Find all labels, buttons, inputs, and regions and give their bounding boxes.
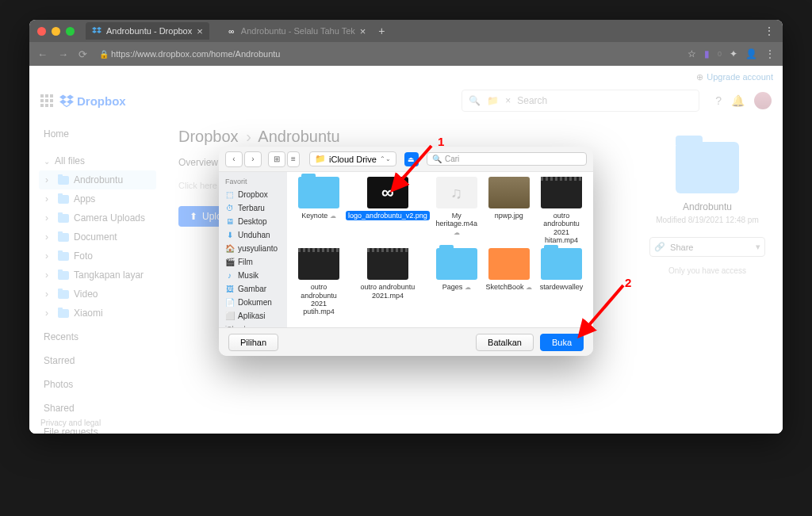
share-button[interactable]: 🔗 Share ▾	[649, 237, 765, 257]
upgrade-link[interactable]: ⊕Upgrade account	[696, 72, 773, 82]
apps-grid-icon[interactable]	[40, 94, 53, 107]
browser-toolbar: ← → ⟳ 🔒 https://www.dropbox.com/home/And…	[29, 42, 783, 66]
file-item[interactable]: stardewvalley	[536, 248, 587, 316]
extension-icon[interactable]: ▮	[704, 48, 710, 59]
access-info: Only you have access	[668, 266, 746, 275]
window-zoom[interactable]	[66, 27, 75, 36]
dropbox-logo[interactable]: Dropbox	[59, 94, 126, 108]
file-item[interactable]: outro androbuntu 2021.mp4	[346, 248, 430, 316]
location-dropdown[interactable]: 📁 iCloud Drive ⌃⌄	[309, 151, 396, 166]
address-bar[interactable]: 🔒 https://www.dropbox.com/home/Androbunt…	[99, 49, 678, 59]
back-button[interactable]: ←	[37, 48, 48, 60]
file-item[interactable]: Keynote ☁	[293, 177, 344, 245]
forward-button[interactable]: ›	[244, 151, 262, 167]
eject-button[interactable]: ⏏	[404, 152, 419, 166]
menu-icon[interactable]: ⋮	[765, 48, 775, 59]
lock-icon: 🔒	[99, 50, 109, 59]
browser-tab-active[interactable]: Androbuntu - Dropbox ×	[86, 22, 209, 40]
sidebar: Home ⌄ All files Androbuntu Apps Camera …	[29, 118, 164, 434]
file-item[interactable]: outro androbuntu 2021 putih.mp4	[293, 248, 344, 316]
sidebar-folder[interactable]: Xiaomi	[39, 304, 156, 323]
sidebar-item[interactable]: ⬜Aplikasi	[219, 309, 287, 323]
browser-menu[interactable]: ⋮	[764, 25, 775, 37]
folder-icon	[676, 142, 739, 193]
file-item[interactable]: ♫My heritage.m4a ☁	[431, 177, 482, 245]
window-close[interactable]	[37, 27, 46, 36]
help-icon[interactable]: ?	[715, 94, 722, 107]
file-item[interactable]: logo_androbuntu_v2.png	[346, 177, 430, 245]
star-icon[interactable]: ☆	[688, 48, 696, 59]
file-item[interactable]: Pages ☁	[431, 248, 482, 316]
tab-title: Androbuntu - Selalu Tahu Tek	[241, 26, 355, 36]
sidebar-folder[interactable]: Document	[39, 227, 156, 247]
sidebar-item[interactable]: Shared	[37, 399, 156, 418]
sidebar-item[interactable]: ⬇Unduhan	[219, 228, 287, 242]
file-item[interactable]: outro androbuntu 2021 hitam.mp4	[536, 177, 587, 245]
search-icon: 🔍	[469, 95, 481, 106]
sidebar-item[interactable]: 🖼Gambar	[219, 282, 287, 296]
sidebar-item[interactable]: Starred	[37, 351, 156, 370]
sidebar-home[interactable]: Home	[37, 124, 156, 143]
sidebar-item[interactable]: 🎬Film	[219, 255, 287, 269]
browser-titlebar: Androbuntu - Dropbox × ∞ Androbuntu - Se…	[29, 20, 783, 42]
window-minimize[interactable]	[52, 27, 60, 36]
infinity-icon: ∞	[227, 26, 236, 36]
close-icon[interactable]: ×	[360, 25, 366, 37]
sidebar-folder[interactable]: Apps	[39, 189, 156, 208]
breadcrumb-root[interactable]: Dropbox	[178, 128, 239, 145]
dropbox-header: Dropbox 🔍 📁 × Search ? 🔔	[29, 86, 783, 118]
profile-icon[interactable]: 👤	[745, 48, 757, 59]
footer-link[interactable]: Privacy and legal	[40, 419, 101, 427]
sidebar-folder[interactable]: Video	[39, 285, 156, 304]
file-item[interactable]: npwp.jpg	[484, 177, 534, 245]
reload-button[interactable]: ⟳	[79, 48, 90, 60]
extensions-icon[interactable]: ✦	[730, 48, 737, 59]
bell-icon[interactable]: 🔔	[731, 94, 745, 107]
file-item[interactable]: SketchBook ☁	[484, 248, 534, 316]
tab-title: Androbuntu - Dropbox	[106, 26, 192, 36]
search-input[interactable]: 🔍 📁 × Search	[462, 90, 699, 112]
search-icon: 🔍	[432, 155, 442, 163]
sidebar-folder[interactable]: Tangkapan layar	[39, 266, 156, 285]
browser-tab-inactive[interactable]: ∞ Androbuntu - Selalu Tahu Tek ×	[220, 22, 373, 40]
avatar[interactable]	[754, 92, 772, 109]
close-icon[interactable]: ×	[197, 25, 203, 37]
sidebar-item[interactable]: 📄Dokumen	[219, 296, 287, 309]
folder-icon: 📁	[487, 95, 499, 106]
clear-icon[interactable]: ×	[505, 95, 511, 106]
breadcrumb-current: Androbuntu	[258, 128, 339, 145]
sidebar-folder[interactable]: Camera Uploads	[39, 208, 156, 227]
sidebar-folder[interactable]: Androbuntu	[39, 170, 156, 189]
forward-button[interactable]: →	[58, 48, 69, 60]
sidebar-item[interactable]: ⏱Terbaru	[219, 201, 287, 215]
icon-view[interactable]: ⊞	[268, 151, 285, 167]
sidebar-item[interactable]: ♪Musik	[219, 269, 287, 282]
list-view[interactable]: ≡	[287, 151, 300, 167]
sidebar-item[interactable]: ⬚Dropbox	[219, 188, 287, 201]
extension-icon[interactable]: 0	[718, 50, 722, 58]
options-button[interactable]: Pilihan	[228, 334, 278, 351]
sidebar-folder[interactable]: Foto	[39, 247, 156, 266]
sidebar-item[interactable]: Photos	[37, 375, 156, 394]
new-tab-button[interactable]: +	[378, 25, 385, 37]
dialog-sidebar: Favorit ⬚Dropbox⏱Terbaru🖥Desktop⬇Unduhan…	[219, 172, 287, 327]
folder-meta: Modified 8/19/2021 12:48 pm	[656, 216, 759, 224]
folder-name: Androbuntu	[683, 201, 732, 212]
sidebar-all-files[interactable]: ⌄ All files	[37, 151, 156, 170]
sidebar-item[interactable]: 🏠yusyulianto	[219, 242, 287, 255]
back-button[interactable]: ‹	[225, 151, 243, 167]
file-open-dialog: ‹ › ⊞ ≡ 📁 iCloud Drive ⌃⌄ ⏏ 🔍 Cari Favor…	[219, 147, 593, 356]
folder-icon: 📁	[315, 154, 326, 164]
cancel-button[interactable]: Batalkan	[476, 334, 534, 351]
open-button[interactable]: Buka	[540, 334, 584, 351]
sidebar-item[interactable]: 🖥Desktop	[219, 215, 287, 228]
dropbox-icon	[92, 26, 102, 36]
sidebar-item[interactable]: Recents	[37, 327, 156, 346]
sidebar-section: Favorit	[219, 175, 287, 188]
search-input[interactable]: 🔍 Cari	[427, 152, 587, 166]
